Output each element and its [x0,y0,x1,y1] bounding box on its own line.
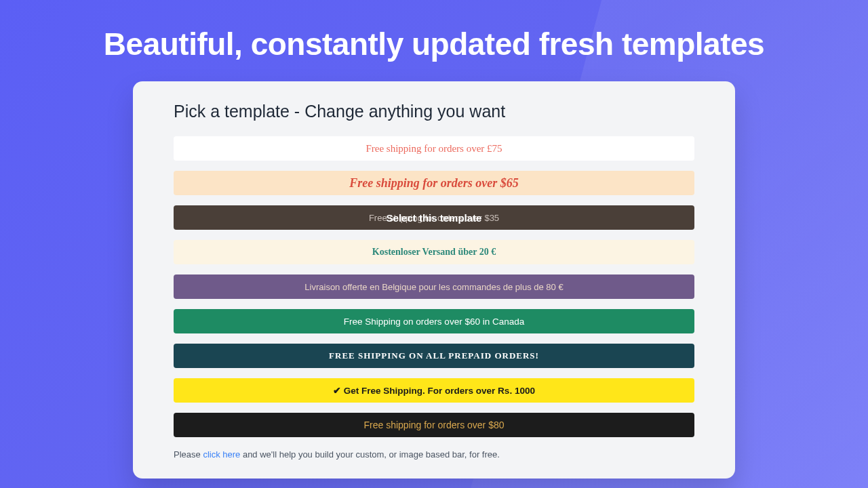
footer-help-text: Please click here and we'll help you bui… [174,449,694,460]
card-heading: Pick a template - Change anything you wa… [174,102,694,121]
click-here-link[interactable]: click here [203,449,240,460]
template-bar[interactable]: Livraison offerte en Belgique pour les c… [174,274,694,299]
page-title: Beautiful, constantly updated fresh temp… [0,26,868,62]
template-bar-text: Kostenloser Versand über 20 € [372,247,496,258]
template-bar[interactable]: Free shipping for orders over $65 [174,171,694,195]
template-bar[interactable]: Free shipping for orders over $80 [174,413,694,437]
template-bar[interactable]: Free shipping for orders over $35 Select… [174,205,694,230]
template-bar[interactable]: Kostenloser Versand über 20 € [174,240,694,264]
template-bar-text: Free shipping for orders over £75 [366,143,502,155]
template-bar-text: Free Shipping on orders over $60 in Cana… [344,317,524,327]
footer-prefix: Please [174,449,203,460]
template-bar[interactable]: Free Shipping on orders over $60 in Cana… [174,309,694,333]
template-bar-text: FREE SHIPPING ON ALL PREPAID ORDERS! [329,350,539,361]
template-bar[interactable]: Free shipping for orders over £75 [174,136,694,161]
template-bar[interactable]: FREE SHIPPING ON ALL PREPAID ORDERS! [174,344,694,368]
template-bar-text: Free shipping for orders over $65 [349,176,519,190]
select-template-button[interactable]: Select this template [387,212,482,224]
template-picker-card: Pick a template - Change anything you wa… [133,81,735,479]
template-bar-text: Livraison offerte en Belgique pour les c… [304,282,563,292]
template-list: Free shipping for orders over £75 Free s… [174,136,694,437]
template-bar-text: ✔ Get Free Shipping. For orders over Rs.… [333,385,535,396]
template-bar[interactable]: ✔ Get Free Shipping. For orders over Rs.… [174,378,694,403]
template-bar-text: Free shipping for orders over $80 [364,420,505,430]
footer-suffix: and we'll help you build your custom, or… [240,449,500,460]
